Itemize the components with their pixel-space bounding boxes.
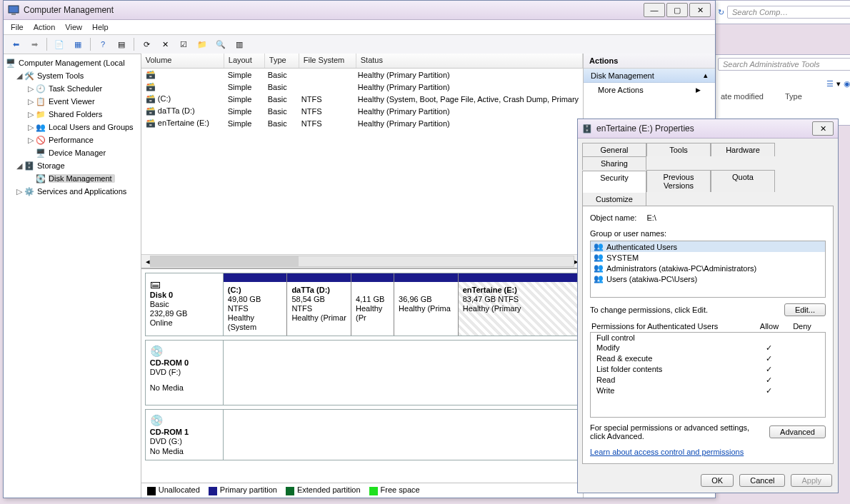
ok-button[interactable]: OK [701, 474, 734, 487]
expand-icon[interactable]: ▷ [26, 84, 34, 94]
forward-button[interactable]: ➡ [26, 36, 42, 52]
menu-view[interactable]: View [65, 23, 82, 31]
tree-system-tools[interactable]: System Tools [37, 71, 84, 80]
partition[interactable]: 4,11 GBHealthy (Pr [351, 273, 394, 336]
expand-icon[interactable]: ▷ [26, 97, 34, 106]
search-admin-input[interactable]: Search Administrative Tools [718, 58, 850, 71]
col-filesystem[interactable]: File System [299, 54, 356, 68]
action3-button[interactable]: ▥ [231, 36, 247, 52]
partition[interactable]: (C:)49,80 GB NTFSHealthy (System [224, 273, 288, 336]
tree-storage[interactable]: Storage [37, 161, 65, 170]
table-row[interactable]: 🗃️ SimpleBasic Healthy (Primary Partitio… [141, 81, 583, 93]
advanced-button[interactable]: Advanced [769, 425, 826, 438]
allow-header: Allow [753, 322, 786, 331]
tab-hardware[interactable]: Hardware [711, 143, 775, 156]
show-hide-tree-button[interactable]: ▦ [70, 36, 86, 52]
col-layout[interactable]: Layout [224, 54, 265, 68]
disk-row[interactable]: 💿 CD-ROM 1 DVD (G:) No Media [145, 409, 579, 460]
partition[interactable]: daTTa (D:)58,54 GB NTFSHealthy (Primar [287, 273, 351, 336]
expand-icon[interactable]: ▷ [26, 136, 34, 145]
volume-list-header[interactable]: Volume Layout Type File System Status [141, 54, 583, 69]
tree-services-apps[interactable]: Services and Applications [37, 187, 126, 196]
list-item[interactable]: 👥Authenticated Users [591, 241, 825, 252]
tree-event-viewer[interactable]: Event Viewer [49, 97, 95, 106]
table-row[interactable]: 🗃️ daTTa (D:) SimpleBasic NTFSHealthy (P… [141, 105, 583, 117]
volume-list[interactable]: 🗃️ SimpleBasic Healthy (Primary Partitio… [141, 69, 583, 254]
actions-more[interactable]: More Actions▶ [584, 83, 715, 97]
tab-security[interactable]: Security [582, 171, 646, 193]
view-icon[interactable]: ☰ [826, 79, 834, 89]
refresh-icon[interactable]: ↻ [718, 8, 724, 17]
close-button[interactable]: ✕ [812, 121, 834, 136]
list-item[interactable]: 👥Users (atakiwa-PC\Users) [591, 273, 825, 284]
partition[interactable]: enTertaine (E:)83,47 GB NTFSHealthy (Pri… [459, 273, 579, 336]
expand-icon[interactable]: ▷ [26, 110, 34, 119]
props-button[interactable]: ▤ [114, 36, 129, 52]
action1-button[interactable]: 📁 [194, 36, 210, 52]
tree-disk-management[interactable]: Disk Management [49, 174, 115, 183]
back-button[interactable]: ⬅ [8, 36, 24, 52]
table-row[interactable]: 🗃️ (C:) SimpleBasic NTFSHealthy (System,… [141, 93, 583, 105]
tab-tools[interactable]: Tools [646, 143, 711, 156]
tree-performance[interactable]: Performance [49, 136, 94, 144]
close-button[interactable]: ✕ [689, 3, 711, 17]
navigation-tree[interactable]: 🖥️Computer Management (Local ◢🛠️System T… [4, 54, 141, 498]
table-row[interactable]: 🗃️ enTertaine (E:) SimpleBasic NTFSHealt… [141, 117, 583, 129]
tab-previous-versions[interactable]: Previous Versions [646, 170, 711, 192]
bg-col-type[interactable]: Type [785, 92, 802, 101]
partition[interactable]: 36,96 GBHealthy (Prima [394, 273, 459, 336]
list-item[interactable]: 👥Administrators (atakiwa-PC\Administrato… [591, 263, 825, 273]
refresh-button[interactable]: ⟳ [139, 36, 154, 52]
bg-col-date[interactable]: ate modified [721, 92, 764, 101]
legend-extended-swatch [286, 487, 294, 495]
help-icon[interactable]: ◉ [844, 79, 850, 89]
tree-local-users[interactable]: Local Users and Groups [49, 123, 134, 131]
scrollbar-thumb[interactable] [151, 256, 299, 266]
group-user-list[interactable]: 👥Authenticated Users👥SYSTEM👥Administrato… [590, 241, 826, 298]
permission-row: Write✓ [591, 385, 825, 396]
horizontal-scrollbar[interactable]: ◂ ▸ [141, 254, 583, 268]
submenu-arrow-icon: ▶ [696, 86, 701, 94]
delete-button[interactable]: ✕ [157, 36, 173, 52]
col-type[interactable]: Type [265, 54, 299, 68]
action2-button[interactable]: 🔍 [213, 36, 229, 52]
search-computer-input[interactable]: Search Comp… [727, 6, 850, 19]
legend-free: Free space [381, 485, 420, 494]
volume-icon: 🗃️ [146, 106, 156, 115]
learn-link[interactable]: Learn about access control and permissio… [590, 448, 744, 456]
menu-action[interactable]: Action [34, 23, 56, 31]
tab-customize[interactable]: Customize [582, 192, 646, 206]
collapse-icon[interactable]: ◢ [15, 161, 23, 171]
menu-help[interactable]: Help [92, 23, 109, 31]
col-status[interactable]: Status [356, 54, 583, 68]
properties-button[interactable]: ☑ [176, 36, 191, 52]
tab-quota[interactable]: Quota [711, 170, 775, 192]
up-button[interactable]: 📄 [51, 36, 67, 52]
disk-name: Disk 0 [150, 291, 219, 299]
tab-sharing[interactable]: Sharing [582, 156, 646, 170]
edit-button[interactable]: Edit... [784, 303, 826, 316]
apply-button[interactable]: Apply [791, 474, 832, 487]
col-volume[interactable]: Volume [141, 54, 224, 68]
help-button[interactable]: ? [95, 36, 111, 52]
expand-icon[interactable]: ▷ [26, 123, 34, 132]
disk-graphical-view[interactable]: 🖴 Disk 0 Basic 232,89 GB Online (C:)49,8… [141, 268, 583, 483]
menu-file[interactable]: File [11, 23, 24, 31]
tools-icon: 🛠️ [24, 70, 35, 81]
tree-shared-folders[interactable]: Shared Folders [49, 110, 102, 119]
expand-icon[interactable]: ▷ [15, 187, 23, 196]
permissions-list[interactable]: Full controlModify✓Read & execute✓List f… [590, 332, 826, 418]
tree-root[interactable]: Computer Management (Local [19, 59, 125, 67]
collapse-icon[interactable]: ◢ [15, 71, 23, 81]
disk-row[interactable]: 💿 CD-ROM 0 DVD (F:) No Media [145, 340, 579, 405]
actions-disk-management[interactable]: Disk Management▴ [584, 69, 715, 83]
minimize-button[interactable]: — [644, 3, 665, 17]
tree-device-manager[interactable]: Device Manager [49, 148, 106, 157]
tree-task-scheduler[interactable]: Task Scheduler [49, 84, 102, 93]
list-item[interactable]: 👥SYSTEM [591, 252, 825, 263]
cancel-button[interactable]: Cancel [739, 474, 785, 487]
table-row[interactable]: 🗃️ SimpleBasic Healthy (Primary Partitio… [141, 69, 583, 81]
disk-row[interactable]: 🖴 Disk 0 Basic 232,89 GB Online (C:)49,8… [145, 273, 579, 336]
tab-general[interactable]: General [582, 143, 646, 156]
maximize-button[interactable]: ▢ [666, 3, 688, 17]
